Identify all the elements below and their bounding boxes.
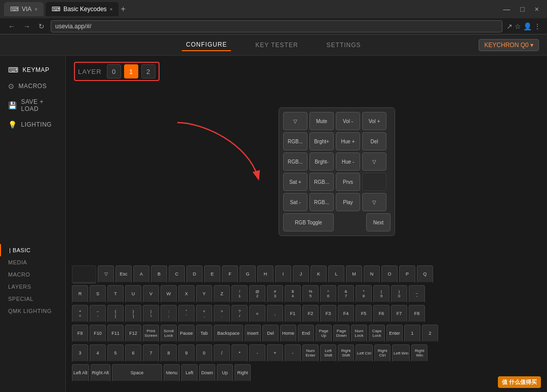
key-k[interactable]: K [310,265,327,284]
key-numpad-equals[interactable]: = [249,305,265,323]
sidebar-item-lighting[interactable]: 💡 LIGHTING [0,116,65,133]
key-right-shift[interactable]: RightShift [338,344,354,363]
back-button[interactable]: ← [6,21,17,31]
forward-button[interactable]: → [21,21,32,31]
nk-sat-plus[interactable]: Sat + [283,173,307,191]
cat-basic[interactable]: | BASIC [0,244,65,256]
cat-macro[interactable]: MACRO [0,268,65,281]
key-w[interactable]: W [161,285,177,303]
key-semicolon[interactable]: :; [161,305,177,323]
key-numpad-0[interactable]: 0 [196,344,212,363]
nk-brght-plus[interactable]: Brght+ [309,132,334,150]
nk-vol-down[interactable]: Vol - [336,112,360,130]
key-f1[interactable]: F1 [285,305,301,323]
close-button[interactable]: × [531,5,543,13]
key-numpad-minus2[interactable]: - [285,344,301,363]
nk-vol-up[interactable]: Vol + [362,112,386,130]
key-numpad-9[interactable]: 9 [178,344,194,363]
key-f6[interactable]: F6 [373,305,389,323]
nav-configure[interactable]: CONFIGURE [182,39,231,51]
nk-play[interactable]: Play [336,193,360,211]
nk-rgb-1[interactable]: RGB... [283,132,307,150]
key-num-enter[interactable]: NumEnter [302,344,319,363]
key-f8[interactable]: F8 [409,305,425,323]
key-f12[interactable]: F12 [125,325,141,343]
nk-del[interactable]: Del [362,132,386,150]
key-1[interactable]: !1 [231,285,248,303]
nk-hue-minus[interactable]: Hue - [336,152,360,171]
key-o[interactable]: O [381,265,398,284]
key-insert[interactable]: Insert [245,325,261,343]
new-tab-button[interactable]: + [121,5,125,14]
key-m[interactable]: M [346,265,362,284]
key-c[interactable]: C [169,265,185,284]
minimize-button[interactable]: — [499,5,514,13]
key-f10[interactable]: F10 [90,325,106,343]
key-numpad-minus[interactable]: - [249,344,265,363]
key-slash[interactable]: ?/ [231,305,248,323]
nav-settings[interactable]: SETTINGS [323,40,365,51]
sidebar-item-keymap[interactable]: ⌨ KEYMAP [0,62,65,78]
key-z[interactable]: Z [214,285,230,303]
key-h[interactable]: H [257,265,274,284]
key-right-alt[interactable]: Right Alt [91,364,111,382]
nk-prvs[interactable]: Prvs [336,173,360,191]
key-t[interactable]: T [107,285,124,303]
tab-basic-keycodes[interactable]: ⌨ Basic Keycodes × [46,2,119,16]
share-icon[interactable]: ↗ [506,22,513,30]
key-trns1[interactable]: ▽ [98,265,114,284]
key-left-alt[interactable]: Left Alt [72,364,89,382]
key-v[interactable]: V [143,285,159,303]
sidebar-item-save-load[interactable]: 💾 SAVE + LOAD [0,94,65,116]
key-arrow-left[interactable]: Left [181,364,198,382]
key-numpad-asterisk[interactable]: * [231,344,248,363]
key-d[interactable]: D [186,265,203,284]
key-backslash[interactable]: |\ [143,305,159,323]
key-arrow-up[interactable]: Up [217,364,233,382]
nk-arrow-down[interactable]: ▽ [283,112,307,130]
key-e[interactable]: E [204,265,220,284]
cat-layers[interactable]: LAYERS [0,281,65,293]
key-3[interactable]: #3 [267,285,283,303]
nk-rgb-3[interactable]: RGB... [309,173,334,191]
key-comma[interactable]: <, [196,305,212,323]
key-i[interactable]: I [275,265,291,284]
key-f3[interactable]: F3 [320,305,336,323]
key-numpad-1[interactable]: 1 [404,325,420,343]
key-6[interactable]: ^6 [320,285,336,303]
key-pause[interactable]: Pause [178,325,194,343]
key-end[interactable]: End [298,325,314,343]
key-esc[interactable]: Esc [115,265,132,284]
key-f7[interactable]: F7 [391,305,407,323]
key-0[interactable]: )0 [391,285,407,303]
key-scroll-lock[interactable]: ScrollLock [161,325,177,343]
bookmark-icon[interactable]: ☆ [515,22,521,30]
key-f9[interactable]: F9 [72,325,88,343]
key-g[interactable]: G [240,265,256,284]
key-num-lock[interactable]: NumLock [351,325,367,343]
key-p[interactable]: P [399,265,415,284]
nk-arrow-down-3[interactable]: ▽ [362,193,386,211]
key-7[interactable]: &7 [338,285,354,303]
key-print-screen[interactable]: PrintScreen [143,325,159,343]
key-quote[interactable]: "' [178,305,194,323]
key-numpad-slash[interactable]: / [214,344,230,363]
key-page-down[interactable]: PageDown [333,325,349,343]
menu-icon[interactable]: ⋮ [534,22,541,30]
key-numpad-plus[interactable]: + [267,344,283,363]
key-page-up[interactable]: PageUp [316,325,332,343]
key-f4[interactable]: F4 [338,305,354,323]
refresh-button[interactable]: ↻ [36,21,47,31]
key-space[interactable]: Space [112,364,162,382]
key-minus[interactable]: _- [409,285,425,303]
key-q[interactable]: Q [417,265,433,284]
nk-mute[interactable]: Mute [309,112,334,130]
key-numpad-2[interactable]: 2 [422,325,438,343]
nav-key-tester[interactable]: KEY TESTER [251,40,302,51]
maximize-button[interactable]: □ [516,5,528,13]
key-f[interactable]: F [222,265,238,284]
key-a[interactable]: A [133,265,149,284]
key-n[interactable]: N [364,265,380,284]
keyboard-selector[interactable]: KEYCHRON Q0 ▾ [479,39,539,51]
key-dash[interactable]: –- [90,305,106,323]
